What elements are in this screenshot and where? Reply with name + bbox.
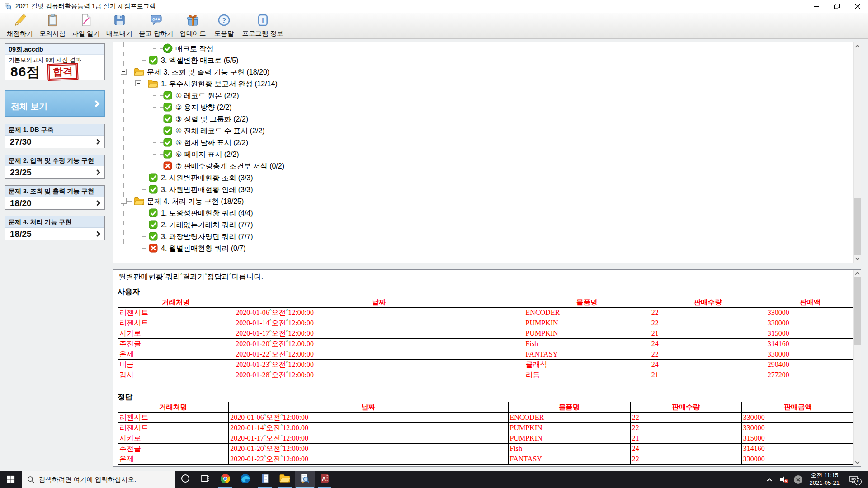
table-header-row: 거래처명날짜물품명판매수량판매액 [118, 297, 854, 308]
close-icon [855, 4, 860, 9]
gift-icon [186, 14, 199, 28]
tree-item-label: 2. 사원별판매현황 조회 (3/3) [161, 174, 253, 183]
toolbar-about-button[interactable]: i프로그램 정보 [239, 14, 287, 38]
grading-tree-panel: 매크로 작성3. 엑셀변환 매크로 (5/5)문제 3. 조회 및 출력 기능 … [113, 42, 861, 263]
scroll-down-arrow-icon[interactable] [854, 255, 861, 263]
space-marker: ^ [264, 413, 266, 418]
expander-toggle[interactable] [121, 198, 127, 204]
tray-status-icon[interactable] [792, 471, 805, 488]
scrollbar-thumb[interactable] [854, 277, 861, 345]
help-icon: ? [217, 14, 231, 28]
svg-text:Q&A: Q&A [152, 17, 160, 21]
problem-title: 문제 4. 처리 기능 구현 [5, 216, 104, 228]
tree-item[interactable]: 1. 토왕성판매현황 쿼리 (4/4) [113, 207, 853, 219]
scroll-up-arrow-icon[interactable] [854, 42, 861, 50]
notification-center-button[interactable]: 9 [844, 471, 863, 488]
tree-item[interactable]: 문제 3. 조회 및 출력 기능 구현 (18/20) [113, 66, 853, 78]
tree-item-label: 3. 과장발령자명단 쿼리 (7/7) [161, 232, 253, 242]
scrollbar-thumb[interactable] [854, 198, 861, 255]
tree-item-label: 2. 거래없는거래처 쿼리 (7/7) [161, 221, 253, 230]
problem-summary-3[interactable]: 문제 3. 조회 및 출력 기능 구현18/20 [5, 185, 105, 210]
tree-item[interactable]: ⑤ 현재 날짜 표시 (2/2) [113, 136, 853, 148]
tree-item[interactable]: ④ 전체 레코드 수 표시 (2/2) [113, 125, 853, 136]
tree-item[interactable]: ① 레코드 원본 (2/2) [113, 89, 853, 101]
tree-item[interactable]: 매크로 작성 [113, 42, 853, 54]
tree-item[interactable]: 3. 사원별판매현황 인쇄 (3/3) [113, 183, 853, 195]
start-button[interactable] [0, 471, 22, 488]
tree-item[interactable]: ⑥ 페이지 표시 (2/2) [113, 148, 853, 160]
volume-muted-icon[interactable] [778, 471, 790, 488]
tree-item[interactable]: ⑦ 판매수량총계 조건부 서식 (0/2) [113, 160, 853, 172]
table-cell: 22 [630, 423, 741, 433]
search-icon [27, 476, 35, 483]
toolbar-help-button[interactable]: ?도움말 [209, 14, 239, 38]
tree-item[interactable]: 1. 우수사원현황 보고서 완성 (12/14) [113, 78, 853, 89]
space-marker: ^ [264, 445, 266, 450]
space-marker: ^ [264, 424, 266, 429]
taskbar-app-chrome[interactable] [215, 471, 235, 488]
taskbar-app-task-view[interactable] [195, 471, 215, 488]
toolbar-export-button[interactable]: 내보내기 [103, 14, 136, 38]
problem-summary-4[interactable]: 문제 4. 처리 기능 구현18/25 [5, 216, 105, 240]
tree-item-label: 매크로 작성 [175, 44, 213, 54]
problem-summary-1[interactable]: 문제 1. DB 구축27/30 [5, 124, 105, 148]
toolbar-mock-exam-button[interactable]: 모의시험 [36, 14, 69, 38]
table-cell: 2020-01-14^오전^12:00:00 [234, 318, 524, 328]
tree-item[interactable]: ③ 정렬 및 그룹화 (2/2) [113, 113, 853, 125]
restore-icon [834, 4, 840, 9]
restore-button[interactable] [826, 0, 847, 13]
taskbar-app-edge[interactable] [235, 471, 255, 488]
tree-item[interactable]: 3. 엑셀변환 매크로 (5/5) [113, 54, 853, 66]
tree-item[interactable]: 문제 4. 처리 기능 구현 (18/25) [113, 195, 853, 207]
tree-item[interactable]: 4. 월별판매현황 쿼리 (0/7) [113, 242, 853, 254]
file-explorer-icon [279, 474, 290, 485]
taskbar-search-input[interactable]: 검색하려면 여기에 입력하십시오. [22, 471, 175, 488]
toolbar-update-button[interactable]: 업데이트 [177, 14, 209, 38]
toolbar-qna-button[interactable]: Q&A묻고 답하기 [136, 14, 177, 38]
table-cell: 330000 [766, 349, 854, 360]
toolbar-open-file-button[interactable]: 파일 열기 [69, 14, 103, 38]
pass-icon [162, 114, 173, 124]
pass-icon [148, 55, 158, 65]
toolbar-grade-button[interactable]: 채점하기 [4, 14, 36, 38]
chevron-up-icon [767, 478, 772, 483]
table-cell: 2020-01-20^오전^12:00:00 [234, 339, 524, 349]
table-cell: 330000 [741, 423, 854, 433]
taskbar-app-access[interactable]: A [315, 471, 335, 488]
close-button[interactable] [847, 0, 868, 13]
taskbar-app-grading-app[interactable] [295, 471, 315, 488]
result-scrollbar[interactable] [853, 270, 861, 466]
column-header: 거래처명 [118, 402, 229, 413]
tree-item[interactable]: 2. 사원별판매현황 조회 (3/3) [113, 172, 853, 183]
problem-summary-2[interactable]: 문제 2. 입력 및 수정 기능 구현23/25 [5, 155, 105, 179]
taskbar-app-file-explorer[interactable] [275, 471, 295, 488]
taskbar-app-notepad[interactable] [255, 471, 275, 488]
tray-overflow-button[interactable] [763, 471, 776, 488]
tree-scrollbar[interactable] [853, 42, 861, 263]
tree-item-label: 1. 우수사원현황 보고서 완성 (12/14) [161, 80, 278, 89]
tray-clock[interactable]: 오전 11:15 2021-05-21 [807, 472, 843, 487]
pass-icon [148, 208, 158, 218]
scroll-up-arrow-icon[interactable] [854, 270, 861, 277]
pass-icon [148, 184, 158, 194]
title-bar: 2021 길벗 컴퓨터활용능력 1급 실기 채점프로그램 [0, 0, 868, 13]
tree-item[interactable]: 3. 과장발령자명단 쿼리 (7/7) [113, 230, 853, 242]
taskbar-app-cortana[interactable] [175, 471, 195, 488]
folder-icon [134, 67, 144, 77]
tray-date: 2021-05-21 [810, 479, 840, 487]
space-marker: ^ [281, 455, 283, 460]
tree-item-label: ④ 전체 레코드 수 표시 (2/2) [175, 127, 264, 136]
tree-item-label: ⑤ 현재 날짜 표시 (2/2) [175, 138, 248, 148]
table-cell: 2020-01-14^오전^12:00:00 [229, 423, 508, 433]
view-all-button[interactable]: 전체 보기 [5, 90, 105, 117]
taskbar-apps: A [175, 471, 335, 488]
tree-item[interactable]: 2. 거래없는거래처 쿼리 (7/7) [113, 219, 853, 230]
table-cell: 리젠시트 [118, 318, 234, 328]
minimize-button[interactable] [806, 0, 826, 13]
expander-toggle[interactable] [135, 80, 141, 86]
expander-toggle[interactable] [121, 69, 127, 75]
tree-item[interactable]: ② 용지 방향 (2/2) [113, 101, 853, 113]
toolbar-button-label: 업데이트 [180, 29, 206, 38]
scroll-down-arrow-icon[interactable] [854, 459, 861, 466]
table-cell: 277200 [766, 370, 854, 380]
